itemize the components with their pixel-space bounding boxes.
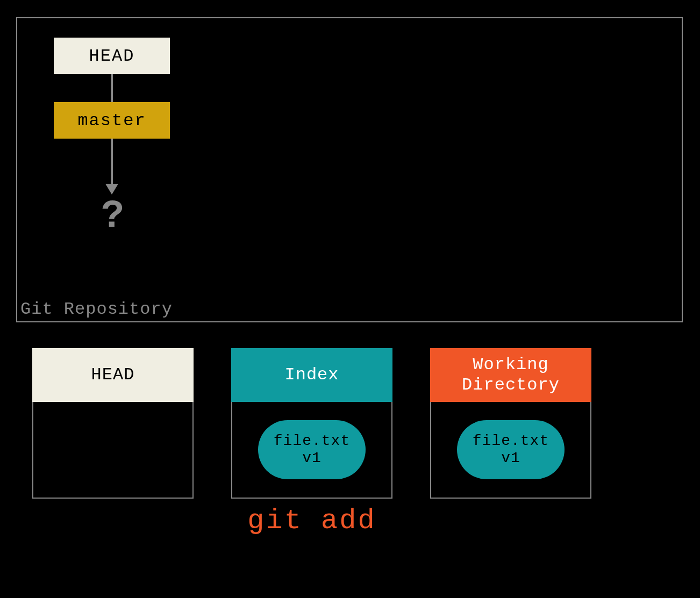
arrow-head-to-master xyxy=(111,74,113,102)
arrow-master-to-unknown xyxy=(111,139,113,185)
column-body-index: file.txt v1 xyxy=(231,402,392,499)
index-file-pill: file.txt v1 xyxy=(258,420,366,479)
index-file-name: file.txt xyxy=(274,433,350,450)
column-header-index: Index xyxy=(231,348,392,402)
column-header-index-label: Index xyxy=(284,365,339,385)
master-branch-label: master xyxy=(77,111,146,131)
master-branch-box: master xyxy=(54,102,170,139)
git-command-label: git add xyxy=(231,505,392,537)
column-header-head-label: HEAD xyxy=(91,365,135,385)
arrow-head-icon xyxy=(105,184,118,194)
wd-file-name: file.txt xyxy=(473,433,549,450)
column-header-working-directory: Working Directory xyxy=(430,348,591,402)
wd-file-version: v1 xyxy=(501,450,520,467)
column-header-head: HEAD xyxy=(32,348,194,402)
head-ref-box: HEAD xyxy=(54,38,170,74)
head-ref-label: HEAD xyxy=(89,46,135,66)
wd-label-line2: Directory xyxy=(462,375,560,395)
unknown-commit-icon: ? xyxy=(101,194,124,239)
index-file-version: v1 xyxy=(302,450,322,467)
column-body-working-directory: file.txt v1 xyxy=(430,402,591,499)
wd-file-pill: file.txt v1 xyxy=(457,420,565,479)
wd-label-line1: Working xyxy=(462,355,560,375)
repo-box-label: Git Repository xyxy=(20,299,173,319)
column-body-head xyxy=(32,402,194,499)
git-repository-container: HEAD master ? Git Repository xyxy=(16,17,683,322)
